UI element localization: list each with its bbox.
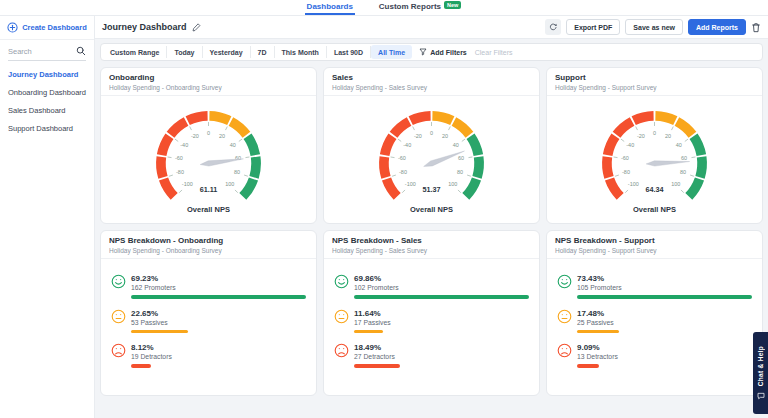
create-dashboard-button[interactable]: Create Dashboard bbox=[0, 16, 94, 40]
export-pdf-button[interactable]: Export PDF bbox=[566, 19, 620, 35]
chat-icon bbox=[757, 392, 765, 400]
sidebar-item[interactable]: Sales Dashboard bbox=[8, 106, 86, 115]
breakdown-card-sales: NPS Breakdown - Sales Holiday Spending -… bbox=[323, 230, 540, 396]
card-title: NPS Breakdown - Support bbox=[555, 236, 754, 245]
nps-breakdown-rows: 73.43% 105 Promoters 17.48% 25 Passives … bbox=[547, 259, 762, 368]
gauge-card-onboarding: Onboarding Holiday Spending - Onboarding… bbox=[100, 67, 317, 224]
card-subtitle: Holiday Spending - Sales Survey bbox=[332, 84, 531, 91]
plus-circle-icon bbox=[7, 22, 18, 33]
filter-range-chip[interactable]: Last 90D bbox=[327, 46, 371, 58]
gauge-chart: -100-80-60-40-2002040608010051.37 bbox=[324, 100, 539, 204]
search-icon[interactable] bbox=[76, 46, 86, 56]
filter-funnel-icon bbox=[419, 48, 427, 56]
delete-dashboard-button[interactable] bbox=[751, 22, 761, 33]
sidebar-item[interactable]: Journey Dashboard bbox=[8, 70, 86, 79]
breakdown-row: 11.64% 17 Passives bbox=[334, 309, 529, 334]
filter-bar: Custom RangeTodayYesterday7DThis MonthLa… bbox=[100, 43, 763, 61]
new-badge: New bbox=[444, 1, 461, 9]
edit-pencil-icon[interactable] bbox=[192, 23, 201, 32]
card-title: NPS Breakdown - Onboarding bbox=[109, 236, 308, 245]
add-reports-button[interactable]: Add Reports bbox=[688, 19, 746, 35]
breakdown-row: 69.86% 102 Promoters bbox=[334, 274, 529, 299]
chat-help-tab[interactable]: Chat & Help bbox=[753, 332, 768, 414]
svg-text:40: 40 bbox=[230, 142, 236, 148]
breakdown-row: 22.65% 53 Passives bbox=[111, 309, 306, 334]
breakdown-row: 73.43% 105 Promoters bbox=[557, 274, 752, 299]
tab-dashboards[interactable]: Dashboards bbox=[305, 0, 355, 15]
progress-bar bbox=[131, 295, 306, 299]
svg-text:-60: -60 bbox=[398, 155, 406, 161]
clear-filters-button[interactable]: Clear Filters bbox=[475, 49, 513, 56]
create-dashboard-label: Create Dashboard bbox=[22, 23, 87, 32]
svg-text:-60: -60 bbox=[175, 155, 183, 161]
progress-bar bbox=[577, 364, 599, 368]
svg-text:-20: -20 bbox=[637, 133, 645, 139]
sidebar-item[interactable]: Support Dashboard bbox=[8, 124, 86, 133]
breakdown-count: 27 Detractors bbox=[354, 353, 529, 360]
svg-text:-40: -40 bbox=[180, 142, 188, 148]
svg-text:80: 80 bbox=[457, 169, 463, 175]
svg-text:-100: -100 bbox=[182, 181, 193, 187]
svg-text:61.11: 61.11 bbox=[200, 185, 218, 194]
gauge-chart-holder: -100-80-60-40-2002040608010061.11 bbox=[101, 100, 316, 204]
gauge-card-support: Support Holiday Spending - Support Surve… bbox=[546, 67, 763, 224]
breakdown-percent: 69.86% bbox=[354, 274, 529, 283]
neutral-icon bbox=[111, 309, 126, 324]
svg-text:-80: -80 bbox=[622, 169, 630, 175]
svg-text:100: 100 bbox=[671, 181, 680, 187]
tab-custom-reports[interactable]: Custom Reports New bbox=[377, 0, 464, 15]
breakdown-percent: 18.49% bbox=[354, 343, 529, 352]
progress-bar bbox=[354, 295, 529, 299]
search-row bbox=[0, 40, 94, 61]
sidebar-item[interactable]: Onboarding Dashboard bbox=[8, 88, 86, 97]
breakdown-card-onboarding: NPS Breakdown - Onboarding Holiday Spend… bbox=[100, 230, 317, 396]
svg-text:40: 40 bbox=[676, 142, 682, 148]
search-input[interactable] bbox=[8, 47, 76, 56]
filter-range-chip[interactable]: All Time bbox=[371, 45, 412, 59]
neutral-icon bbox=[557, 309, 572, 324]
svg-text:-80: -80 bbox=[399, 169, 407, 175]
frown-icon bbox=[557, 343, 572, 358]
svg-text:100: 100 bbox=[448, 181, 457, 187]
filter-range-chip[interactable]: 7D bbox=[251, 46, 275, 58]
breakdown-row: 17.48% 25 Passives bbox=[557, 309, 752, 334]
top-nav: Dashboards Custom Reports New bbox=[0, 0, 768, 16]
svg-text:-80: -80 bbox=[176, 169, 184, 175]
progress-bar bbox=[131, 330, 188, 334]
card-subtitle: Holiday Spending - Support Survey bbox=[555, 247, 754, 254]
smile-icon bbox=[334, 274, 349, 289]
card-subtitle: Holiday Spending - Sales Survey bbox=[332, 247, 531, 254]
add-filters-button[interactable]: Add Filters bbox=[419, 48, 467, 56]
filter-range-chip[interactable]: Custom Range bbox=[103, 46, 167, 58]
breakdown-count: 25 Passives bbox=[577, 319, 752, 326]
breakdown-percent: 69.23% bbox=[131, 274, 306, 283]
card-title: NPS Breakdown - Sales bbox=[332, 236, 531, 245]
breakdown-count: 162 Promoters bbox=[131, 284, 306, 291]
smile-icon bbox=[557, 274, 572, 289]
gauge-chart: -100-80-60-40-2002040608010061.11 bbox=[101, 100, 316, 204]
gauge-caption: Overall NPS bbox=[324, 205, 539, 214]
breakdown-row: 69.23% 162 Promoters bbox=[111, 274, 306, 299]
svg-text:-40: -40 bbox=[403, 142, 411, 148]
filter-range-chip[interactable]: Today bbox=[167, 46, 202, 58]
breakdown-percent: 22.65% bbox=[131, 309, 306, 318]
refresh-icon bbox=[548, 22, 558, 32]
breakdown-count: 13 Detractors bbox=[577, 353, 752, 360]
gauge-caption: Overall NPS bbox=[547, 205, 762, 214]
card-title: Sales bbox=[332, 73, 531, 82]
tab-dashboards-label: Dashboards bbox=[307, 2, 353, 11]
breakdown-count: 53 Passives bbox=[131, 319, 306, 326]
svg-text:40: 40 bbox=[453, 142, 459, 148]
dashboard-content: Custom RangeTodayYesterday7DThis MonthLa… bbox=[95, 39, 768, 418]
svg-text:64.34: 64.34 bbox=[645, 185, 663, 194]
filter-range-chip[interactable]: This Month bbox=[275, 46, 327, 58]
add-filters-label: Add Filters bbox=[430, 49, 467, 56]
filter-range-chip[interactable]: Yesterday bbox=[203, 46, 251, 58]
breakdown-count: 17 Passives bbox=[354, 319, 529, 326]
progress-bar bbox=[131, 364, 151, 368]
svg-text:-100: -100 bbox=[405, 181, 416, 187]
save-as-new-button[interactable]: Save as new bbox=[625, 19, 683, 35]
refresh-button[interactable] bbox=[545, 19, 561, 35]
gauge-caption: Overall NPS bbox=[101, 205, 316, 214]
breakdown-count: 19 Detractors bbox=[131, 353, 306, 360]
